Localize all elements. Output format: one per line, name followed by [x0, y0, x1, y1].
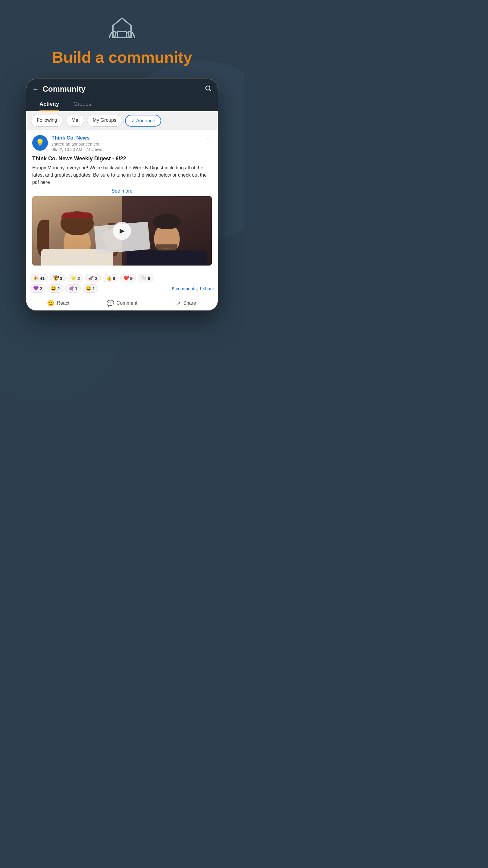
reaction-heart[interactable]: ❤️9 — [120, 274, 136, 282]
reaction-purple-heart[interactable]: 💜2 — [30, 284, 45, 293]
more-options-button[interactable]: ··· — [207, 135, 212, 142]
reactions-row-2: 💜2 😆2 👾1 😀1 5 comments, 1 share — [30, 284, 214, 293]
filter-bar: Following Me My Groups ✓ Announc — [26, 111, 218, 130]
play-button[interactable]: ▶ — [113, 222, 131, 240]
reaction-alien[interactable]: 👾1 — [65, 284, 81, 293]
svg-point-0 — [206, 86, 210, 90]
page-headline: Build a community — [52, 48, 192, 66]
comment-button[interactable]: 💬 Comment — [90, 300, 154, 307]
tab-groups[interactable]: Groups — [66, 97, 98, 111]
poster-avatar: 💡 — [32, 135, 48, 151]
comments-share-count[interactable]: 5 comments, 1 share — [172, 286, 214, 291]
reaction-yellow-heart[interactable]: 🤍6 — [138, 274, 153, 282]
poster-name[interactable]: Think Co. News — [52, 135, 102, 141]
tab-bar: Activity Groups — [32, 97, 212, 111]
phone-mockup: ← Community Activity Groups — [26, 79, 218, 311]
filter-me[interactable]: Me — [66, 115, 84, 127]
reaction-thumbsup[interactable]: 👍8 — [103, 274, 119, 282]
poster-timestamp: 06/22, 10:23 AM · 74 views — [52, 147, 102, 152]
share-button[interactable]: ↗ Share — [154, 300, 218, 307]
back-button[interactable]: ← — [32, 85, 39, 93]
reaction-smile[interactable]: 😀1 — [83, 284, 98, 293]
app-title: Community — [42, 84, 204, 94]
tab-activity[interactable]: Activity — [32, 97, 66, 111]
search-button[interactable] — [204, 85, 212, 94]
post-body: Happy Monday, everyone! We're back with … — [32, 164, 212, 186]
video-thumbnail[interactable]: ▶ — [32, 196, 212, 266]
reaction-star[interactable]: ⭐2 — [67, 274, 83, 282]
post-title: Think Co. News Weekly Digest - 6/22 — [32, 156, 212, 162]
action-bar: 🙂 React 💬 Comment ↗ Share — [26, 296, 218, 310]
filter-my-groups[interactable]: My Groups — [87, 115, 122, 127]
react-button[interactable]: 🙂 React — [26, 300, 90, 307]
avatar-icon: 💡 — [36, 138, 44, 147]
filter-following[interactable]: Following — [31, 115, 63, 127]
filter-announcements[interactable]: ✓ Announc — [125, 115, 161, 127]
share-icon: ↗ — [175, 300, 181, 307]
reactions-row-1: 🎉41 🤠3 ⭐2 🚀2 👍8 ❤️9 🤍6 — [30, 274, 214, 282]
reaction-rocket[interactable]: 🚀2 — [85, 274, 101, 282]
poster-action: shared an announcement — [52, 142, 102, 147]
svg-line-1 — [210, 90, 212, 91]
react-icon: 🙂 — [47, 300, 55, 307]
comment-icon: 💬 — [107, 300, 114, 307]
reactions-container: 🎉41 🤠3 ⭐2 🚀2 👍8 ❤️9 🤍6 — [26, 274, 218, 296]
reaction-laugh[interactable]: 😆2 — [47, 284, 63, 293]
app-header: ← Community Activity Groups — [26, 79, 218, 111]
community-hands-icon — [107, 15, 137, 42]
reaction-party[interactable]: 🎉41 — [30, 274, 48, 282]
reaction-cowboy[interactable]: 🤠3 — [50, 274, 66, 282]
post-container: 💡 Think Co. News shared an announcement … — [26, 130, 218, 274]
see-more-button[interactable]: See more — [32, 188, 212, 194]
